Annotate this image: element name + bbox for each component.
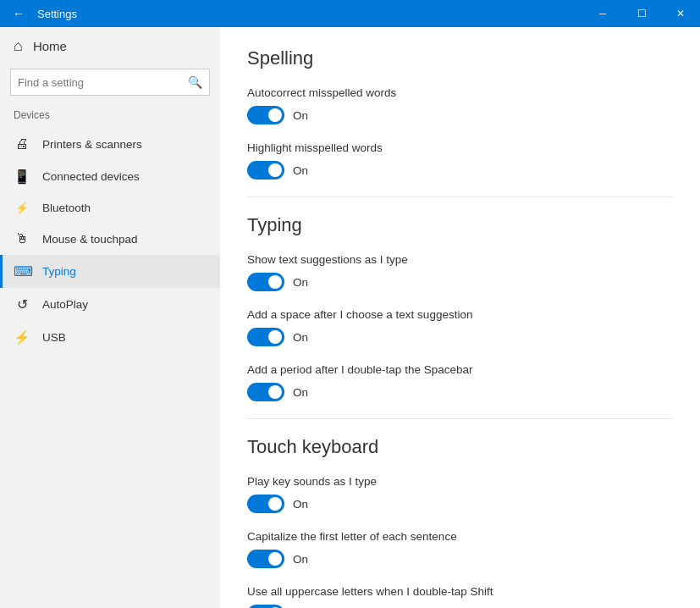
connected-icon: 📱 bbox=[14, 169, 30, 185]
setting-highlight: Highlight misspelled words On bbox=[247, 141, 673, 180]
toggle-thumb bbox=[268, 108, 282, 122]
highlight-label: Highlight misspelled words bbox=[247, 141, 673, 154]
sidebar-search-box[interactable]: 🔍 bbox=[10, 69, 210, 96]
autocorrect-state: On bbox=[293, 109, 308, 122]
sidebar-home-label: Home bbox=[33, 39, 67, 53]
autocorrect-label: Autocorrect misspelled words bbox=[247, 86, 673, 99]
sidebar-item-label: Printers & scanners bbox=[42, 138, 142, 151]
sidebar-item-autoplay[interactable]: ↺ AutoPlay bbox=[0, 288, 220, 321]
sidebar-item-label: AutoPlay bbox=[42, 298, 88, 311]
sidebar-item-label: USB bbox=[42, 331, 66, 344]
usb-icon: ⚡ bbox=[14, 329, 30, 345]
setting-period: Add a period after I double-tap the Spac… bbox=[247, 363, 673, 401]
highlight-state: On bbox=[293, 164, 308, 177]
setting-autocorrect: Autocorrect misspelled words On bbox=[247, 86, 673, 124]
toggle-thumb bbox=[268, 552, 282, 566]
search-input[interactable] bbox=[18, 76, 188, 89]
sidebar-item-bluetooth[interactable]: ⚡ Bluetooth bbox=[0, 193, 220, 223]
titlebar-controls: ─ ☐ ✕ bbox=[583, 0, 700, 27]
key-sounds-toggle[interactable] bbox=[247, 495, 284, 513]
search-icon: 🔍 bbox=[188, 75, 202, 89]
key-sounds-state: On bbox=[293, 498, 308, 511]
divider-1 bbox=[247, 196, 673, 197]
back-button[interactable]: ← bbox=[7, 2, 30, 25]
text-suggestions-state: On bbox=[293, 276, 308, 289]
sidebar-section-label: Devices bbox=[0, 106, 220, 128]
touch-keyboard-title: Touch keyboard bbox=[247, 436, 673, 458]
highlight-toggle-row: On bbox=[247, 161, 673, 180]
sidebar: ⌂ Home 🔍 Devices 🖨 Printers & scanners 📱… bbox=[0, 27, 220, 608]
close-button[interactable]: ✕ bbox=[661, 0, 700, 27]
uppercase-toggle-row: On bbox=[247, 605, 673, 608]
toggle-thumb bbox=[268, 163, 282, 177]
capitalize-label: Capitalize the first letter of each sent… bbox=[247, 530, 673, 543]
sidebar-item-label: Mouse & touchpad bbox=[42, 233, 138, 246]
titlebar: ← Settings ─ ☐ ✕ bbox=[0, 0, 700, 27]
key-sounds-label: Play key sounds as I type bbox=[247, 475, 673, 488]
sidebar-item-mouse[interactable]: 🖱 Mouse & touchpad bbox=[0, 223, 220, 255]
sidebar-item-usb[interactable]: ⚡ USB bbox=[0, 321, 220, 354]
titlebar-title: Settings bbox=[37, 8, 77, 20]
text-suggestions-label: Show text suggestions as I type bbox=[247, 253, 673, 266]
sidebar-item-home[interactable]: ⌂ Home bbox=[0, 27, 220, 65]
setting-uppercase: Use all uppercase letters when I double-… bbox=[247, 585, 673, 608]
home-icon: ⌂ bbox=[14, 37, 23, 55]
highlight-toggle[interactable] bbox=[247, 161, 284, 180]
space-after-toggle[interactable] bbox=[247, 328, 284, 346]
toggle-thumb bbox=[268, 275, 282, 289]
uppercase-toggle[interactable] bbox=[247, 605, 284, 608]
mouse-icon: 🖱 bbox=[14, 231, 30, 246]
period-toggle-row: On bbox=[247, 383, 673, 401]
setting-text-suggestions: Show text suggestions as I type On bbox=[247, 253, 673, 291]
sidebar-item-label: Bluetooth bbox=[42, 202, 91, 214]
text-suggestions-toggle[interactable] bbox=[247, 273, 284, 291]
spelling-title: Spelling bbox=[247, 47, 673, 69]
capitalize-toggle[interactable] bbox=[247, 550, 284, 568]
period-toggle[interactable] bbox=[247, 383, 284, 401]
bluetooth-icon: ⚡ bbox=[14, 202, 30, 214]
sidebar-item-connected[interactable]: 📱 Connected devices bbox=[0, 160, 220, 193]
divider-2 bbox=[247, 418, 673, 419]
autocorrect-toggle-row: On bbox=[247, 106, 673, 124]
setting-capitalize: Capitalize the first letter of each sent… bbox=[247, 530, 673, 568]
app-body: ⌂ Home 🔍 Devices 🖨 Printers & scanners 📱… bbox=[0, 27, 700, 608]
space-after-toggle-row: On bbox=[247, 328, 673, 346]
toggle-thumb bbox=[268, 497, 282, 511]
capitalize-state: On bbox=[293, 553, 308, 566]
space-after-label: Add a space after I choose a text sugges… bbox=[247, 308, 673, 321]
minimize-button[interactable]: ─ bbox=[583, 0, 622, 27]
typing-icon: ⌨ bbox=[14, 263, 30, 279]
key-sounds-toggle-row: On bbox=[247, 495, 673, 513]
maximize-button[interactable]: ☐ bbox=[622, 0, 661, 27]
capitalize-toggle-row: On bbox=[247, 550, 673, 568]
autoplay-icon: ↺ bbox=[14, 296, 30, 312]
text-suggestions-toggle-row: On bbox=[247, 273, 673, 291]
toggle-thumb bbox=[268, 385, 282, 399]
uppercase-label: Use all uppercase letters when I double-… bbox=[247, 585, 673, 598]
toggle-thumb bbox=[268, 330, 282, 344]
sidebar-item-typing[interactable]: ⌨ Typing bbox=[0, 255, 220, 288]
period-label: Add a period after I double-tap the Spac… bbox=[247, 363, 673, 376]
printer-icon: 🖨 bbox=[14, 136, 30, 152]
sidebar-item-printers[interactable]: 🖨 Printers & scanners bbox=[0, 128, 220, 160]
setting-space-after: Add a space after I choose a text sugges… bbox=[247, 308, 673, 346]
sidebar-item-label: Typing bbox=[42, 265, 76, 278]
setting-key-sounds: Play key sounds as I type On bbox=[247, 475, 673, 513]
period-state: On bbox=[293, 386, 308, 399]
space-after-state: On bbox=[293, 331, 308, 344]
typing-title: Typing bbox=[247, 214, 673, 236]
titlebar-left: ← Settings bbox=[7, 2, 77, 25]
autocorrect-toggle[interactable] bbox=[247, 106, 284, 124]
content-area: Spelling Autocorrect misspelled words On… bbox=[220, 27, 700, 608]
sidebar-item-label: Connected devices bbox=[42, 170, 140, 183]
